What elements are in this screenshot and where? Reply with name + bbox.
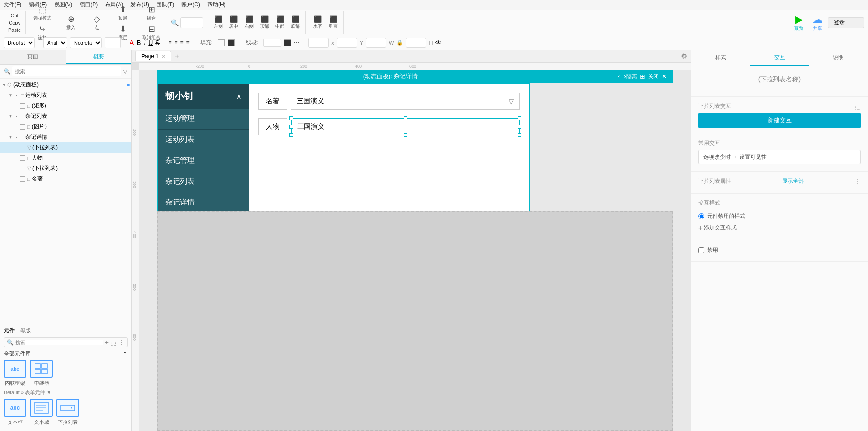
menu-file[interactable]: 文件(F) xyxy=(4,1,21,9)
component-tab-master[interactable]: 母版 xyxy=(20,327,31,335)
note-list-checkbox[interactable]: · xyxy=(14,114,19,119)
bold-icon[interactable]: B xyxy=(136,39,141,46)
right-tab-style[interactable]: 样式 xyxy=(691,50,750,66)
layer-dropdown1[interactable]: · ▽ (下拉列表) xyxy=(0,142,131,153)
right-tab-interaction[interactable]: 交互 xyxy=(750,50,809,66)
copy-component-icon[interactable]: ⬚ xyxy=(110,339,116,346)
image-checkbox[interactable] xyxy=(20,124,25,130)
fill-empty-icon[interactable] xyxy=(218,39,225,46)
component-repeater[interactable]: 中继器 xyxy=(30,360,53,386)
more-component-icon[interactable]: ⋮ xyxy=(118,339,125,346)
text-align-left-icon[interactable]: ≡ xyxy=(168,40,171,46)
name-checkbox[interactable] xyxy=(20,176,25,182)
new-interaction-button[interactable]: 新建交互 xyxy=(698,113,861,128)
component-textarea[interactable]: 文本域 xyxy=(30,399,53,426)
right-tab-note[interactable]: 说明 xyxy=(809,50,868,66)
disabled-checkbox[interactable] xyxy=(698,247,704,253)
share-button[interactable]: ☁ 共享 xyxy=(809,12,826,34)
component-droplist[interactable]: 下拉列表 xyxy=(56,399,79,426)
interaction-item-0[interactable]: 选项改变时 → 设置可见性 xyxy=(698,150,861,164)
component-library-expand[interactable]: ⌃ xyxy=(122,351,128,358)
dp-fit-btn[interactable]: ⊞ xyxy=(640,73,645,80)
radio-disabled-style[interactable] xyxy=(698,213,704,219)
note-detail-checkbox[interactable]: · xyxy=(14,135,19,140)
layer-rect[interactable]: □ (矩形) xyxy=(0,100,131,111)
default-library-label[interactable]: Default » 表单元件 ▼ xyxy=(4,389,128,396)
expand-note-detail[interactable]: ▼ xyxy=(8,135,13,140)
dp-close-button[interactable]: ✕ xyxy=(662,73,667,80)
layer-dropdown2[interactable]: · ▽ (下拉列表) xyxy=(0,163,131,174)
fill-solid-icon[interactable] xyxy=(228,39,235,46)
lock-icon[interactable]: 🔒 xyxy=(396,40,403,46)
menu-help[interactable]: 帮助(H) xyxy=(207,1,226,9)
widget-type-select[interactable]: Droplist xyxy=(4,37,35,48)
copy-button[interactable]: Copy xyxy=(7,20,22,26)
rect-checkbox[interactable] xyxy=(20,103,25,109)
combine-button[interactable]: ⊞ 组合 xyxy=(142,4,160,22)
expand-dynamic-panel[interactable]: ▼ xyxy=(2,82,6,87)
underline-icon[interactable]: U xyxy=(148,39,153,46)
distribute-h-button[interactable]: ⬛ 水平 xyxy=(310,15,325,30)
expand-note-list[interactable]: ▼ xyxy=(8,114,13,119)
canvas-content[interactable]: (动态面板): 杂记详情 ‹ › 隔离 ⊞ 关闭 ✕ xyxy=(139,70,691,431)
person-checkbox[interactable] xyxy=(20,155,25,161)
login-input[interactable] xyxy=(828,17,864,28)
layer-note-list[interactable]: ▼ · □ 杂记列表 xyxy=(0,111,131,121)
page-settings-icon[interactable]: ⚙ xyxy=(681,52,687,60)
align-top-button[interactable]: ⬛ 顶部 xyxy=(257,15,272,30)
border-style-icon[interactable]: ⋯ xyxy=(294,40,299,46)
menu-project[interactable]: 项目(P) xyxy=(80,1,98,9)
layer-name[interactable]: □ 名著 xyxy=(0,174,131,184)
align-middle-button[interactable]: ⬛ 中部 xyxy=(273,15,287,30)
text-align-justify-icon[interactable]: ≡ xyxy=(186,40,190,46)
properties-menu-icon[interactable]: ⋮ xyxy=(854,178,861,185)
dp-separate-btn[interactable]: 隔离 xyxy=(626,73,637,80)
zoom-input[interactable]: 80% xyxy=(180,17,203,28)
add-page-icon[interactable]: + xyxy=(175,52,179,60)
component-tab-widget[interactable]: 元件 xyxy=(4,327,15,335)
align-right-button[interactable]: ⬛ 右侧 xyxy=(242,15,256,30)
x-coord-input[interactable]: 172 xyxy=(308,38,329,48)
tab-outline[interactable]: 概要 xyxy=(66,50,132,64)
insert-button[interactable]: ⊕ 插入 xyxy=(62,13,80,32)
show-all-btn[interactable]: 显示全部 xyxy=(782,177,804,185)
y-coord-input[interactable]: 328 xyxy=(366,38,386,48)
border-color-icon[interactable] xyxy=(284,39,291,46)
width-input[interactable]: 104 xyxy=(337,38,357,48)
layer-dynamic-panel[interactable]: ▼ ⬡ (动态面板) ■ xyxy=(0,80,131,90)
add-component-icon[interactable]: + xyxy=(105,339,109,346)
add-interaction-style-row[interactable]: + 添加交互样式 xyxy=(698,222,861,233)
font-family-select[interactable]: Arial xyxy=(43,37,67,48)
text-color-icon[interactable]: A xyxy=(130,39,134,46)
layer-image[interactable]: □ (图片） xyxy=(0,121,131,132)
top-layer-button[interactable]: ⬆ 顶层 xyxy=(114,4,132,22)
dropdown2-checkbox[interactable]: · xyxy=(20,166,25,171)
point-button[interactable]: ◇ 点 xyxy=(88,13,106,32)
layer-person[interactable]: □ 人物 xyxy=(0,153,131,163)
select-mode-button[interactable]: ⬚ 选择模式 xyxy=(30,4,54,22)
component-textbox[interactable]: abc 文本框 xyxy=(4,399,26,426)
align-center-button[interactable]: ⬛ 居中 xyxy=(226,15,241,30)
text-align-right-icon[interactable]: ≡ xyxy=(180,40,184,46)
distribute-v-button[interactable]: ⬛ 垂直 xyxy=(326,15,340,30)
dropdown1-checkbox[interactable]: · xyxy=(20,145,25,150)
align-bottom-button[interactable]: ⬛ 底部 xyxy=(288,15,303,30)
component-inline-frame[interactable]: abc 内联框架 xyxy=(4,360,26,386)
canvas-tab-page1[interactable]: Page 1 ✕ xyxy=(135,51,171,61)
interaction-expand-icon[interactable]: ⬚ xyxy=(855,103,861,110)
tab-page[interactable]: 页面 xyxy=(0,50,66,64)
dp-prev-button[interactable]: ‹ xyxy=(618,72,620,80)
layer-note-detail[interactable]: ▼ · □ 杂记详情 xyxy=(0,132,131,142)
layer-search-input[interactable] xyxy=(12,66,121,76)
filter-icon[interactable]: ▽ xyxy=(123,68,128,75)
border-width-input[interactable]: 1 xyxy=(263,39,281,47)
component-search-input[interactable] xyxy=(15,340,103,345)
cut-button[interactable]: Cut xyxy=(9,12,20,19)
text-align-center-icon[interactable]: ≡ xyxy=(175,40,178,46)
font-weight-select[interactable]: Negreta xyxy=(70,37,102,48)
align-left-button[interactable]: ⬛ 左侧 xyxy=(211,15,225,30)
italic-icon[interactable]: I xyxy=(144,39,145,46)
height-input[interactable]: 65 xyxy=(406,38,426,48)
canvas-tab-close[interactable]: ✕ xyxy=(161,54,165,60)
font-size-input[interactable]: 13 xyxy=(105,37,121,48)
